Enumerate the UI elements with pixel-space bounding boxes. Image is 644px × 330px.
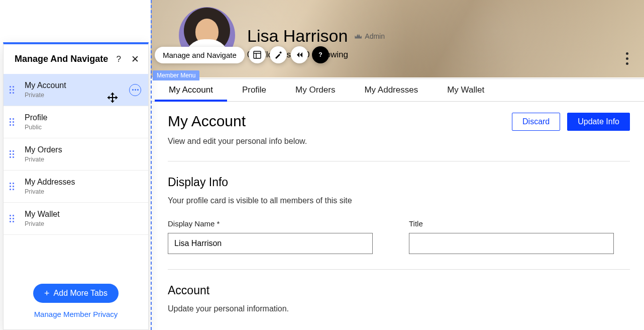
role-text: Admin <box>365 32 385 40</box>
design-icon[interactable] <box>270 46 287 63</box>
list-item-name: My Addresses <box>25 178 141 187</box>
profile-display-name: Lisa Harrison <box>247 26 348 46</box>
list-item[interactable]: Profile Public <box>4 106 148 138</box>
divider <box>168 269 630 270</box>
member-menu-tag[interactable]: Member Menu <box>153 70 199 80</box>
list-item[interactable]: My Addresses Private <box>4 171 148 203</box>
account-section-title: Account <box>168 284 630 297</box>
panel-help-icon[interactable]: ? <box>117 54 121 64</box>
drag-handle-icon[interactable] <box>10 86 18 94</box>
list-item-name: My Account <box>25 81 129 90</box>
manage-navigate-panel: Manage And Navigate ? ✕ My Account Priva… <box>3 42 149 330</box>
page-subtitle: View and edit your personal info below. <box>168 137 630 146</box>
page-preview: Lisa Harrison Admin 0 Followers 0 Follow… <box>151 0 644 330</box>
list-item-name: My Orders <box>25 145 141 154</box>
drag-handle-icon[interactable] <box>10 150 18 158</box>
tab-my-wallet[interactable]: My Wallet <box>446 79 485 101</box>
title-input[interactable] <box>409 233 614 254</box>
manage-member-privacy-link[interactable]: Manage Member Privacy <box>4 310 148 318</box>
add-more-tabs-button[interactable]: + Add More Tabs <box>33 284 119 303</box>
display-info-title: Display Info <box>168 176 630 189</box>
animation-icon[interactable] <box>291 46 308 63</box>
account-content: My Account Discard Update Info View and … <box>168 113 630 313</box>
tab-my-orders[interactable]: My Orders <box>294 79 336 101</box>
panel-close-icon[interactable]: ✕ <box>131 53 139 65</box>
member-tabs: My Account Profile My Orders My Addresse… <box>151 78 644 102</box>
list-item-visibility: Private <box>25 92 129 99</box>
divider <box>168 161 630 161</box>
crown-icon <box>355 34 362 39</box>
list-item-visibility: Private <box>25 156 141 163</box>
list-item-name: Profile <box>25 113 141 122</box>
tabs-list: My Account Private Profile Public My Ord… <box>4 74 148 275</box>
profile-more-menu[interactable] <box>622 52 632 65</box>
element-toolbar: Manage and Navigate ? <box>155 46 329 63</box>
display-name-label: Display Name * <box>168 219 373 228</box>
list-item[interactable]: My Orders Private <box>4 138 148 171</box>
drag-handle-icon[interactable] <box>10 118 18 126</box>
svg-text:?: ? <box>318 51 322 58</box>
toolbar-label-pill[interactable]: Manage and Navigate <box>155 47 245 63</box>
list-item-visibility: Private <box>25 220 141 227</box>
svg-rect-0 <box>254 51 261 58</box>
item-more-icon[interactable] <box>129 84 141 96</box>
help-icon[interactable]: ? <box>312 46 329 63</box>
add-tabs-label: Add More Tabs <box>54 289 108 298</box>
drag-handle-icon[interactable] <box>10 183 18 190</box>
cover-image: Lisa Harrison Admin 0 Followers 0 Follow… <box>151 0 644 77</box>
list-item[interactable]: My Account Private <box>4 74 148 106</box>
list-item-visibility: Public <box>25 124 141 131</box>
discard-button[interactable]: Discard <box>512 113 560 131</box>
tab-my-account[interactable]: My Account <box>168 79 214 101</box>
list-item-visibility: Private <box>25 188 141 195</box>
tab-profile[interactable]: Profile <box>241 79 267 101</box>
update-info-button[interactable]: Update Info <box>567 113 630 131</box>
display-name-input[interactable] <box>168 233 373 254</box>
role-badge: Admin <box>355 32 385 40</box>
drag-handle-icon[interactable] <box>10 215 18 222</box>
panel-title: Manage And Navigate <box>15 54 108 64</box>
tab-my-addresses[interactable]: My Addresses <box>363 79 419 101</box>
list-item-name: My Wallet <box>25 210 141 219</box>
title-label: Title <box>409 219 614 228</box>
account-section-sub: Update your personal information. <box>168 304 630 313</box>
list-item[interactable]: My Wallet Private <box>4 203 148 235</box>
svg-point-3 <box>279 52 281 54</box>
layout-icon[interactable] <box>249 46 266 63</box>
display-info-sub: Your profile card is visible to all memb… <box>168 196 630 205</box>
